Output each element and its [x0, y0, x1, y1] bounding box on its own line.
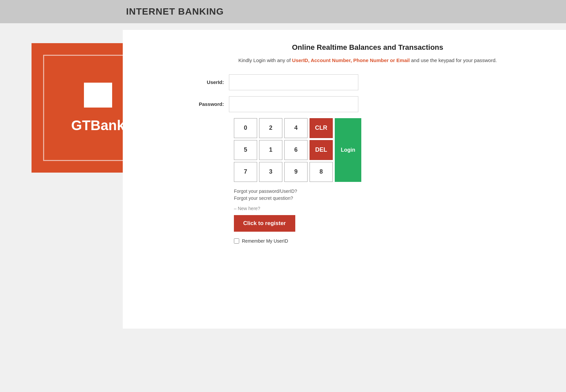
login-button[interactable]: Login	[335, 118, 361, 182]
remember-label: Remember My UserID	[242, 238, 288, 244]
keypad-grid: 0 2 4 CLR 5 1 6 DEL 7 3 9 8	[234, 118, 333, 182]
password-row: Password:	[189, 96, 546, 112]
page-title: INTERNET BANKING	[126, 6, 224, 17]
forgot-secret-link[interactable]: Forgot your secret question?	[234, 196, 546, 201]
forgot-password-link[interactable]: Forgot your password/UserID?	[234, 189, 546, 194]
remember-section: Remember My UserID	[234, 238, 546, 244]
key-5[interactable]: 5	[234, 140, 257, 160]
new-here-section: – New here? Click to register	[234, 206, 546, 232]
password-input[interactable]	[229, 96, 358, 112]
main-content: GTBank Online Realtime Balances and Tran…	[0, 23, 566, 355]
page-wrapper: INTERNET BANKING GTBank Online Realtime …	[0, 0, 566, 355]
login-panel: Online Realtime Balances and Transaction…	[123, 30, 566, 329]
keypad-wrapper: 0 2 4 CLR 5 1 6 DEL 7 3 9 8 Login	[234, 118, 546, 182]
logo-square-icon	[84, 83, 112, 108]
key-4[interactable]: 4	[284, 118, 308, 138]
form-title: Online Realtime Balances and Transaction…	[189, 43, 546, 52]
userid-row: UserId:	[189, 74, 546, 90]
subtitle-highlight: UserID, Account Number, Phone Number or …	[292, 57, 410, 63]
key-1[interactable]: 1	[259, 140, 282, 160]
key-0[interactable]: 0	[234, 118, 257, 138]
header-bar: INTERNET BANKING	[0, 0, 566, 23]
key-2[interactable]: 2	[259, 118, 282, 138]
key-9[interactable]: 9	[284, 162, 308, 182]
form-subtitle: Kindly Login with any of UserID, Account…	[189, 57, 546, 64]
key-3[interactable]: 3	[259, 162, 282, 182]
key-6[interactable]: 6	[284, 140, 308, 160]
links-section: Forgot your password/UserID? Forgot your…	[234, 189, 546, 201]
userid-label: UserId:	[189, 79, 229, 85]
new-here-label: – New here?	[234, 206, 546, 211]
subtitle-suffix: and use the keypad for your password.	[410, 57, 497, 63]
password-label: Password:	[189, 101, 229, 107]
key-7[interactable]: 7	[234, 162, 257, 182]
clr-button[interactable]: CLR	[310, 118, 333, 138]
register-button[interactable]: Click to register	[234, 215, 295, 232]
del-button[interactable]: DEL	[310, 140, 333, 160]
remember-checkbox[interactable]	[234, 238, 239, 244]
key-8[interactable]: 8	[310, 162, 333, 182]
userid-input[interactable]	[229, 74, 358, 90]
brand-name: GTBank	[71, 118, 124, 133]
subtitle-prefix: Kindly Login with any of	[239, 57, 292, 63]
